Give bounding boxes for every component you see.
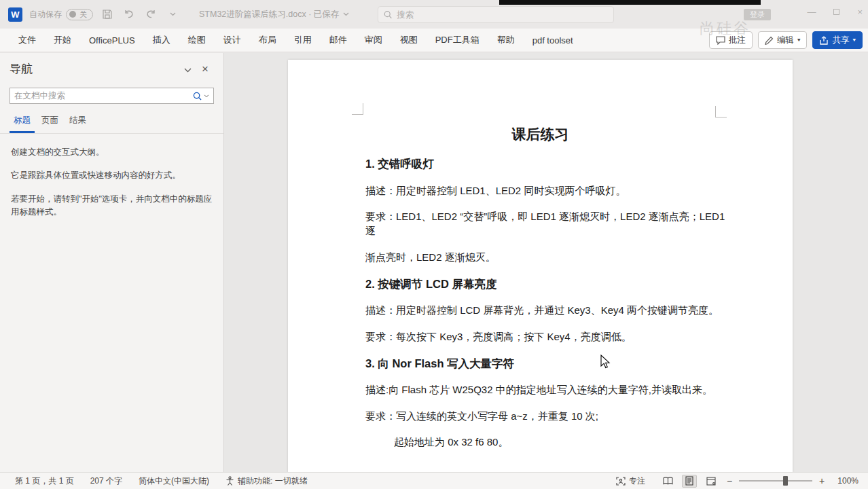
tab-mailings[interactable]: 邮件 <box>321 29 356 52</box>
close-button[interactable]: × <box>857 7 863 17</box>
document-page[interactable]: 课后练习 1. 交错呼吸灯 描述：用定时器控制 LED1、LED2 同时实现两个… <box>288 60 793 472</box>
autosave-toggle[interactable]: 关 <box>66 9 93 20</box>
tab-help[interactable]: 帮助 <box>488 29 524 52</box>
doc-line[interactable]: 起始地址为 0x 32 f6 80。 <box>394 435 733 449</box>
share-icon <box>819 36 829 45</box>
autosave-state: 关 <box>79 10 87 20</box>
accessibility-label: 辅助功能: 一切就绪 <box>238 475 308 487</box>
print-layout-button[interactable] <box>682 475 697 488</box>
doc-line[interactable]: 2. 按键调节 LCD 屏幕亮度 <box>365 277 733 291</box>
tab-pdf-tools[interactable]: PDF工具箱 <box>427 29 488 52</box>
zoom-level[interactable]: 100% <box>831 476 858 486</box>
accessibility-icon <box>225 476 234 486</box>
undo-button[interactable] <box>122 7 137 22</box>
read-mode-button[interactable] <box>660 475 675 488</box>
save-icon <box>102 9 113 20</box>
nav-search-input[interactable] <box>14 91 193 101</box>
word-count[interactable]: 207 个字 <box>82 475 130 487</box>
doc-line[interactable]: 要求：写入连续的英文小写字母 a~z，并重复 10 次; <box>365 409 733 423</box>
ribbon-tab-bar: 文件 开始 OfficePLUS 插入 绘图 设计 布局 引用 邮件 审阅 视图… <box>0 29 868 52</box>
maximize-button[interactable] <box>833 9 839 15</box>
zoom-out-button[interactable]: − <box>725 475 734 486</box>
tab-references[interactable]: 引用 <box>285 29 321 52</box>
chevron-down-icon <box>184 68 192 73</box>
web-layout-icon <box>706 477 716 486</box>
save-button[interactable] <box>100 7 115 22</box>
status-bar: 第 1 页，共 1 页 207 个字 简体中文(中国大陆) 辅助功能: 一切就绪… <box>0 472 868 489</box>
accessibility-status[interactable]: 辅助功能: 一切就绪 <box>217 475 316 487</box>
crop-mark-top-right <box>715 106 727 117</box>
document-text-body[interactable]: 1. 交错呼吸灯 描述：用定时器控制 LED1、LED2 同时实现两个呼吸灯。 … <box>288 157 793 449</box>
doc-line[interactable]: 3. 向 Nor Flash 写入大量字符 <box>365 357 733 371</box>
tab-home[interactable]: 开始 <box>45 29 80 52</box>
tab-layout[interactable]: 布局 <box>250 29 285 52</box>
redo-button[interactable] <box>143 7 158 22</box>
nav-pane-close-button[interactable]: × <box>196 62 214 76</box>
chevron-down-icon: ▾ <box>852 37 856 43</box>
document-canvas: 课后练习 1. 交错呼吸灯 描述：用定时器控制 LED1、LED2 同时实现两个… <box>225 53 868 472</box>
zoom-in-button[interactable]: + <box>818 475 826 486</box>
doc-line[interactable]: 要求：LED1、LED2 “交替”呼吸，即 LED1 逐渐熄灭时，LED2 逐渐… <box>365 209 733 238</box>
sign-in-button[interactable]: 登录 <box>744 9 771 20</box>
navigation-pane: 导航 × 标题 页面 结果 创建文档的交互式大纲。 它是跟踪具体位置或快速移动内… <box>0 53 224 472</box>
nav-search-box[interactable] <box>10 88 214 104</box>
crop-mark-top-left <box>352 103 363 115</box>
comment-icon <box>716 36 725 45</box>
nav-tab-results[interactable]: 结果 <box>65 115 90 133</box>
tab-review[interactable]: 审阅 <box>356 29 391 52</box>
comments-label: 批注 <box>729 35 746 46</box>
tab-pdf-toolset[interactable]: pdf toolset <box>524 29 582 52</box>
zoom-slider-thumb[interactable] <box>783 476 788 486</box>
chevron-down-icon: ▾ <box>797 37 801 43</box>
doc-line[interactable]: 描述：用定时器控制 LED1、LED2 同时实现两个呼吸灯。 <box>365 183 733 198</box>
zoom-slider[interactable] <box>739 480 812 482</box>
read-mode-icon <box>663 477 673 485</box>
tab-draw[interactable]: 绘图 <box>179 29 215 52</box>
tab-insert[interactable]: 插入 <box>144 29 179 52</box>
nav-tab-pages[interactable]: 页面 <box>37 115 62 133</box>
comments-button[interactable]: 批注 <box>709 31 753 49</box>
undo-icon <box>123 9 135 20</box>
tab-view[interactable]: 视图 <box>391 29 427 52</box>
editing-label: 编辑 <box>777 35 794 46</box>
nav-pane-options-button[interactable] <box>179 64 196 75</box>
nav-tab-headings[interactable]: 标题 <box>10 115 35 133</box>
quick-access-menu-button[interactable] <box>165 7 180 22</box>
search-icon <box>384 10 392 19</box>
document-title: STM32进阶篇课后练习.docx · 已保存 <box>199 9 339 20</box>
nav-hint-paragraph: 若要开始，请转到"开始"选项卡，并向文档中的标题应用标题样式。 <box>11 193 213 219</box>
autosave-label: 自动保存 <box>29 9 62 20</box>
focus-icon <box>616 477 626 486</box>
tab-file[interactable]: 文件 <box>10 29 45 52</box>
focus-mode-button[interactable]: 专注 <box>608 475 653 487</box>
nav-pane-title: 导航 <box>10 61 33 77</box>
doc-line[interactable]: 1. 交错呼吸灯 <box>365 157 733 171</box>
redo-icon <box>145 9 157 20</box>
doc-line[interactable]: 渐点亮时，LED2 逐渐熄灭。 <box>365 250 733 264</box>
minimize-button[interactable]: — <box>807 7 816 17</box>
title-search-box[interactable] <box>378 6 614 23</box>
tab-design[interactable]: 设计 <box>215 29 250 52</box>
doc-line[interactable]: 描述:向 Flash 芯片 W25Q32 中的指定地址写入连续的大量字符,并读取… <box>365 382 733 397</box>
toggle-knob-icon <box>69 11 76 18</box>
chevron-down-icon <box>343 12 349 16</box>
doc-line[interactable]: 要求：每次按下 Key3，亮度调高；按下 Key4，亮度调低。 <box>365 329 733 344</box>
document-title-menu[interactable]: STM32进阶篇课后练习.docx · 已保存 <box>199 9 349 20</box>
nav-hint-paragraph: 它是跟踪具体位置或快速移动内容的好方式。 <box>11 169 213 182</box>
web-layout-button[interactable] <box>704 475 719 488</box>
document-heading-title[interactable]: 课后练习 <box>288 125 793 144</box>
title-search-input[interactable] <box>397 10 608 20</box>
page-info[interactable]: 第 1 页，共 1 页 <box>7 475 82 487</box>
editing-button[interactable]: 编辑 ▾ <box>758 31 808 49</box>
chevron-down-icon[interactable] <box>204 94 209 98</box>
doc-line[interactable]: 描述：用定时器控制 LCD 屏幕背光，并通过 Key3、Key4 两个按键调节亮… <box>365 303 733 317</box>
print-layout-icon <box>685 476 693 486</box>
search-icon[interactable] <box>193 92 202 101</box>
video-overlay-strip <box>499 0 761 5</box>
share-button[interactable]: 共享 ▾ <box>812 31 863 49</box>
word-logo-icon: W <box>8 7 22 22</box>
language-status[interactable]: 简体中文(中国大陆) <box>130 475 217 487</box>
chevron-down-icon <box>170 12 176 16</box>
tab-officeplus[interactable]: OfficePLUS <box>80 29 144 52</box>
nav-hint-paragraph: 创建文档的交互式大纲。 <box>11 146 213 159</box>
